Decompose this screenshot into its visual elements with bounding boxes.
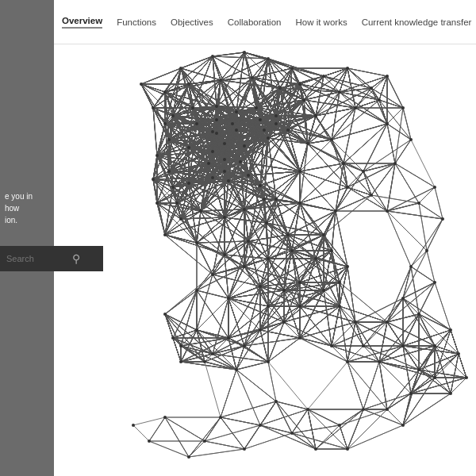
nav-item-objectives[interactable]: Objectives bbox=[171, 17, 213, 27]
nav-item-current-knowledge-transfer[interactable]: Current knowledge transfer bbox=[362, 17, 472, 27]
sidebar-description: e you in how bbox=[5, 192, 33, 213]
nav-item-collaboration[interactable]: Collaboration bbox=[228, 17, 282, 27]
search-icon: ⚲ bbox=[67, 252, 85, 265]
search-input[interactable] bbox=[0, 254, 67, 263]
sidebar-description-2: ion. bbox=[5, 216, 17, 225]
nav-item-overview[interactable]: Overview bbox=[62, 16, 102, 29]
sidebar: e you in how ion. bbox=[0, 0, 54, 476]
nav-item-how-it-works[interactable]: How it works bbox=[295, 17, 347, 27]
nav-item-functions[interactable]: Functions bbox=[117, 17, 156, 27]
face-illustration bbox=[54, 44, 476, 476]
search-bar[interactable]: ⚲ bbox=[0, 246, 103, 271]
sidebar-text: e you in how ion. bbox=[0, 190, 54, 226]
navbar: OverviewFunctionsObjectivesCollaboration… bbox=[54, 0, 476, 44]
main-content bbox=[54, 44, 476, 476]
